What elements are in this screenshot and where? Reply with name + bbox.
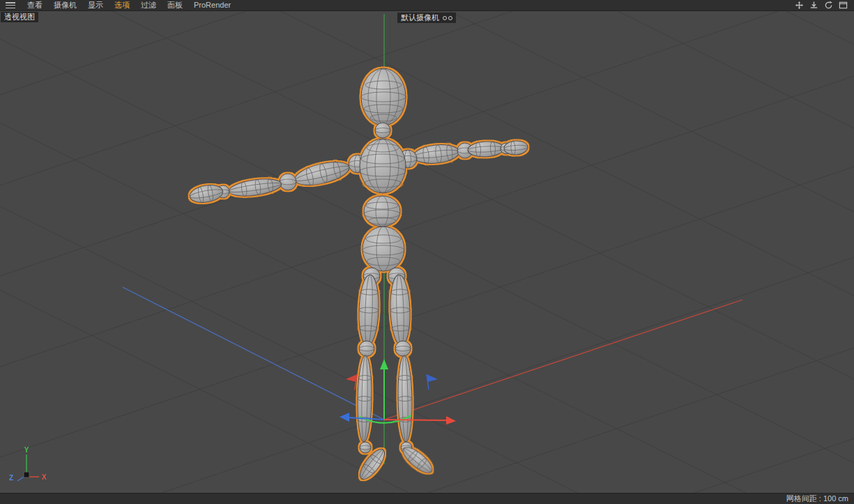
status-bar: 网格间距 : 100 cm	[0, 493, 854, 504]
camera-gizmo-icon[interactable]	[443, 16, 452, 20]
axis-y-label: Y	[24, 446, 29, 454]
menu-item-prorender[interactable]: ProRender	[188, 0, 236, 10]
viewport-menubar: 查看 摄像机 显示 选项 过滤 面板 ProRender	[0, 0, 854, 11]
menu-item-camera[interactable]: 摄像机	[48, 0, 82, 10]
camera-label-text: 默认摄像机	[401, 13, 439, 22]
menu-item-display[interactable]: 显示	[82, 0, 109, 10]
maximize-icon[interactable]	[839, 1, 848, 10]
download-icon[interactable]	[809, 1, 818, 10]
gizmo-x-arrow	[384, 420, 447, 420]
axis-x-label: X	[42, 473, 47, 481]
menu-item-filter[interactable]: 过滤	[135, 0, 162, 10]
grid-spacing-label: 网格间距 : 100 cm	[786, 494, 848, 504]
axis-z-label: Z	[9, 474, 13, 482]
pan-icon[interactable]	[795, 1, 804, 10]
menubar-right-icons	[795, 1, 851, 10]
camera-label: 默认摄像机	[397, 13, 456, 23]
hamburger-icon[interactable]	[6, 2, 15, 8]
menu-item-panel[interactable]: 面板	[162, 0, 188, 10]
menu-item-options[interactable]: 选项	[109, 0, 135, 10]
menu-item-view[interactable]: 查看	[22, 0, 48, 10]
perspective-viewport[interactable]: Y X Z 透视视图 默认摄像机	[0, 11, 854, 493]
sync-icon[interactable]	[824, 1, 833, 10]
view-label: 透视视图	[1, 12, 38, 22]
viewport-canvas[interactable]: Y X Z	[0, 11, 854, 493]
